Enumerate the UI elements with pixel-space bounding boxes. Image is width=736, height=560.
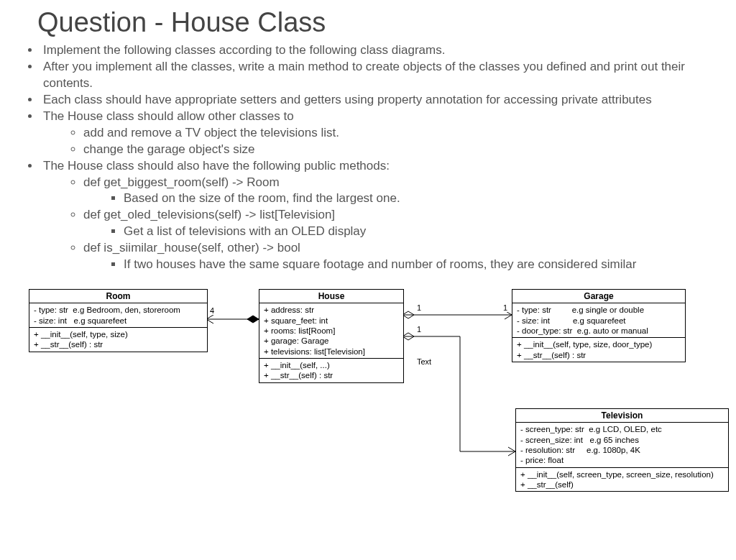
- bullet: Implement the following classes accordin…: [40, 42, 722, 59]
- svg-marker-3: [402, 311, 414, 318]
- multiplicity-label: 4: [210, 306, 214, 315]
- bullet: The House class should allow other class…: [40, 109, 722, 158]
- uml-diagram: Room - type: str e.g Bedroom, den, store…: [0, 279, 736, 516]
- multiplicity-label: 1: [417, 303, 421, 312]
- sub-bullet: def get_biggest_room(self) -> Room Based…: [83, 175, 722, 208]
- bullet: The House class should also have the fol…: [40, 158, 722, 274]
- svg-marker-4: [402, 333, 414, 340]
- uml-class-name: Room: [29, 290, 207, 303]
- sub2-bullet: Get a list of televisions with an OLED d…: [124, 224, 722, 240]
- uml-operations: + __init__(self, ...) + __str__(self) : …: [259, 359, 403, 382]
- sub2-bullet: Based on the size of the room, find the …: [124, 191, 722, 207]
- sub-bullet: change the garage object's size: [83, 142, 722, 158]
- uml-class-room: Room - type: str e.g Bedroom, den, store…: [29, 289, 208, 352]
- diagram-text-label: Text: [417, 357, 431, 366]
- uml-class-house: House + address: str + square_feet: int …: [259, 289, 404, 383]
- multiplicity-label: 1: [503, 303, 507, 312]
- sub-bullet-text: def is_siimilar_house(self, other) -> bo…: [83, 241, 300, 254]
- uml-class-name: House: [259, 290, 403, 303]
- sub-bullet: add and remove a TV object the televisio…: [83, 125, 722, 142]
- uml-operations: + __init__(self, type, size) + __str__(s…: [29, 328, 207, 352]
- bullet: After you implement all the classes, wri…: [40, 59, 722, 92]
- sub2-bullet: If two houses have the same square foota…: [124, 257, 722, 273]
- sub-bullet: def get_oled_televisions(self) -> list[T…: [83, 207, 722, 240]
- uml-class-television: Television - screen_type: str e.g LCD, O…: [515, 408, 729, 492]
- uml-attributes: - type: str e.g Bedroom, den, storeroom …: [29, 303, 207, 328]
- uml-attributes: - screen_type: str e.g LCD, OLED, etc - …: [516, 423, 728, 468]
- page-title: Question - House Class: [37, 7, 736, 38]
- sub-bullet-text: def get_oled_televisions(self) -> list[T…: [83, 208, 335, 221]
- uml-attributes: - type: str e.g single or double - size:…: [512, 303, 685, 338]
- uml-class-name: Television: [516, 409, 728, 423]
- sub-bullet: def is_siimilar_house(self, other) -> bo…: [83, 240, 722, 273]
- uml-class-garage: Garage - type: str e.g single or double …: [512, 289, 686, 362]
- uml-operations: + __init__(self, screen_type, screen_siz…: [516, 468, 728, 492]
- requirements-list: Implement the following classes accordin…: [29, 42, 722, 273]
- uml-operations: + __init__(self, type, size, door_type) …: [512, 338, 685, 362]
- multiplicity-label: 1: [417, 325, 421, 334]
- bullet: Each class should have appropriate sette…: [40, 92, 722, 109]
- sub-bullet-text: def get_biggest_room(self) -> Room: [83, 175, 280, 189]
- uml-attributes: + address: str + square_feet: int + room…: [259, 303, 403, 359]
- svg-marker-1: [247, 316, 259, 323]
- bullet-text: The House class should also have the fol…: [43, 159, 390, 173]
- bullet-text: The House class should allow other class…: [43, 109, 294, 123]
- uml-class-name: Garage: [512, 290, 685, 303]
